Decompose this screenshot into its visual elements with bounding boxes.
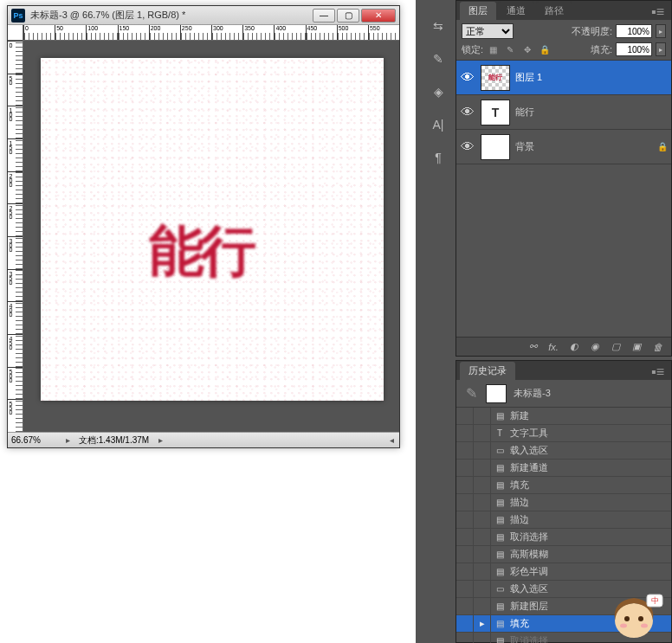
history-step-icon: ▤ [491,636,508,643]
layer-row[interactable]: 👁背景🔒 [456,130,671,164]
layer-name[interactable]: 能行 [515,106,668,119]
history-step-icon: ▤ [491,411,508,421]
layer-visibility-icon[interactable]: 👁 [460,139,475,155]
layer-mask-icon[interactable]: ◐ [567,341,581,352]
new-layer-icon[interactable]: ▣ [630,341,643,352]
tab-channels[interactable]: 通道 [498,2,534,20]
history-doc-name: 未标题-3 [514,387,551,400]
opacity-label: 不透明度: [572,25,612,38]
history-row[interactable]: ▤新建 [456,408,671,425]
tool-strip: ⇆ ✎ ◈ A| ¶ [428,16,452,168]
history-row[interactable]: T文字工具 [456,425,671,442]
tool-layers-icon[interactable]: ◈ [428,81,449,102]
tab-layers[interactable]: 图层 [460,2,496,20]
history-step-icon: ▤ [491,532,508,542]
layer-fx-icon[interactable]: fx. [546,342,560,352]
ruler-tick: 400 [8,301,23,334]
ruler-tick: 550 [8,399,23,432]
layer-thumb[interactable]: 能行 [481,65,510,91]
opacity-input[interactable] [616,24,652,38]
zoom-dropdown-icon[interactable]: ▸ [63,435,72,445]
opacity-dropdown-icon[interactable]: ▸ [656,24,666,38]
file-size: 文档:1.43M/1.37M [79,434,149,447]
zoom-level[interactable]: 66.67% [11,435,56,445]
layers-list: 👁能行图层 1👁T能行👁背景🔒 [456,61,671,164]
minimize-button[interactable]: — [313,9,335,23]
ruler-horizontal[interactable]: 050100150200250300350400450500550 [23,25,399,41]
history-row[interactable]: ▤取消选择 [456,633,671,643]
history-row[interactable]: ▭载入选区 [456,442,671,460]
history-row[interactable]: ▤新建图层 [456,598,671,615]
ruler-corner[interactable] [8,25,23,41]
lock-all-icon[interactable]: 🔒 [539,43,551,55]
history-step-label: 描边 [508,513,529,526]
lock-pixels-icon[interactable]: ✎ [504,43,516,55]
ruler-tick: 0 [23,25,55,40]
layer-row[interactable]: 👁能行图层 1 [456,61,671,95]
history-row[interactable]: ▤填充 [456,477,671,494]
history-step-label: 载入选区 [508,444,548,457]
tool-arrange-icon[interactable]: ⇆ [428,16,449,36]
ruler-vertical[interactable]: 050100150200250300350400450500550 [8,41,23,432]
document-titlebar[interactable]: Ps 未标题-3 @ 66.7% (图层 1, RGB/8) * — ▢ ✕ [8,6,399,25]
ruler-tick: 350 [8,269,23,302]
history-step-label: 填充 [508,617,529,630]
canvas[interactable]: 能行 [41,58,384,401]
history-row[interactable]: ▭载入选区 [456,581,671,598]
history-step-label: 文字工具 [508,427,548,440]
history-row[interactable]: ▤描边 [456,511,671,529]
tool-character-icon[interactable]: A| [428,114,449,135]
close-button[interactable]: ✕ [361,9,396,23]
lock-position-icon[interactable]: ✥ [521,43,533,55]
layer-thumb[interactable] [481,134,510,160]
blend-mode-select[interactable]: 正常 [462,23,514,39]
fill-input[interactable] [616,42,652,56]
layer-controls: 正常 不透明度: ▸ 锁定: ▦ ✎ ✥ 🔒 填充: ▸ [456,20,671,61]
history-doc-row[interactable]: ✎ 未标题-3 [456,380,671,408]
history-list: ▤新建T文字工具▭载入选区▤新建通道▤填充▤描边▤描边▤取消选择▤高斯模糊▤彩色… [456,408,671,643]
ruler-tick: 300 [8,236,23,269]
history-row[interactable]: ▤新建通道 [456,460,671,477]
layer-thumb[interactable]: T [481,100,510,125]
ruler-tick: 550 [368,25,399,40]
link-layers-icon[interactable]: ⚯ [526,341,540,352]
ruler-tick: 100 [86,25,117,40]
layer-visibility-icon[interactable]: 👁 [460,70,475,86]
tab-paths[interactable]: 路径 [536,2,572,20]
history-row[interactable]: ▤彩色半调 [456,563,671,581]
history-step-icon: ▤ [491,601,508,611]
layer-group-icon[interactable]: ▢ [609,341,623,352]
lock-icon: 🔒 [657,142,668,151]
layer-visibility-icon[interactable]: 👁 [460,105,475,120]
tool-paragraph-icon[interactable]: ¶ [428,147,449,168]
delete-layer-icon[interactable]: 🗑 [650,342,664,352]
history-brush-icon[interactable]: ✎ [463,385,479,402]
layer-name[interactable]: 图层 1 [515,71,668,84]
canvas-area[interactable]: 能行 [23,41,399,432]
panel-menu-icon[interactable]: ▪≡ [648,4,668,20]
history-row[interactable]: ▤描边 [456,494,671,511]
lock-transparency-icon[interactable]: ▦ [487,43,499,55]
history-row[interactable]: ▤取消选择 [456,529,671,546]
artwork-text: 能行 [149,214,253,289]
history-step-icon: T [491,428,508,438]
ruler-tick: 500 [337,25,368,40]
tab-history[interactable]: 历史记录 [460,362,515,380]
history-row[interactable]: ▤高斯模糊 [456,546,671,563]
adjustment-layer-icon[interactable]: ◉ [588,341,602,352]
maximize-button[interactable]: ▢ [337,9,359,23]
fill-dropdown-icon[interactable]: ▸ [656,42,666,56]
ruler-tick: 450 [306,25,337,40]
history-row[interactable]: ▸▤填充 [456,615,671,633]
ruler-tick: 450 [8,334,23,367]
history-panel-tabs: 历史记录 ▪≡ [456,361,671,380]
ruler-tick: 150 [118,25,149,40]
status-dropdown-icon[interactable]: ▸ [156,435,165,445]
ruler-tick: 250 [180,25,211,40]
history-step-icon: ▤ [491,550,508,559]
layer-row[interactable]: 👁T能行 [456,95,671,130]
history-panel-menu-icon[interactable]: ▪≡ [648,364,668,380]
scroll-left-icon[interactable]: ◂ [387,435,396,445]
tool-brush-icon[interactable]: ✎ [428,48,449,69]
layer-name[interactable]: 背景 [515,140,652,153]
